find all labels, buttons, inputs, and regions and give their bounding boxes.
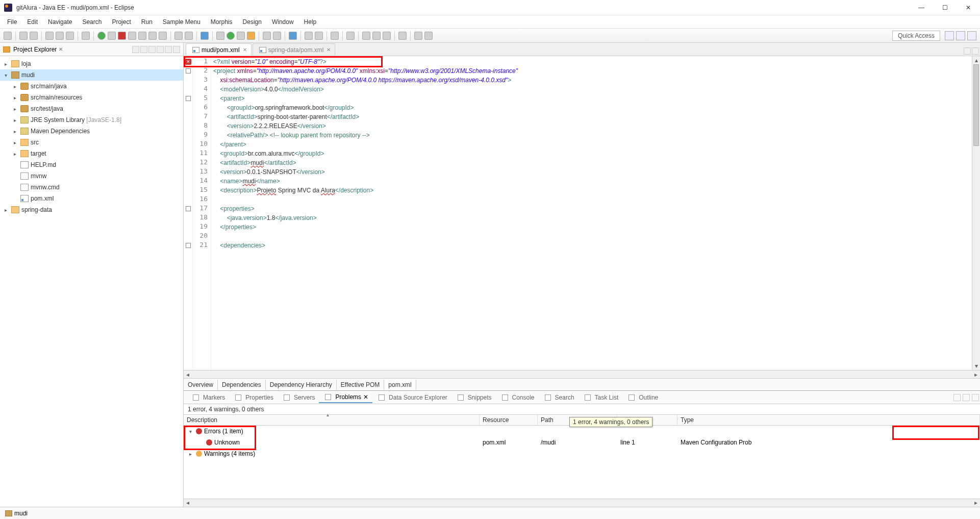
editor-vscrollbar[interactable]: ▴ ▾ (972, 56, 980, 370)
minimize-view-button[interactable] (165, 46, 172, 53)
debug-step-button[interactable] (128, 32, 136, 40)
view-tab-search[interactable]: Search (539, 392, 579, 403)
toggle3-button[interactable] (66, 32, 74, 40)
browser-button[interactable] (289, 32, 297, 40)
close-view-icon[interactable]: ✕ (363, 393, 368, 401)
problems-hscrollbar[interactable]: ◂▸ (184, 499, 980, 507)
col-type[interactable]: Type (677, 415, 980, 425)
menu-edit[interactable]: Edit (22, 16, 43, 28)
menu-help[interactable]: Help (299, 16, 322, 28)
debug-stop-button[interactable] (118, 32, 126, 40)
pom-tab-dependency-hierarchy[interactable]: Dependency Hierarchy (266, 380, 337, 390)
lens-button[interactable] (315, 32, 323, 40)
new-button[interactable] (4, 32, 12, 40)
pom-tab-effective-pom[interactable]: Effective POM (337, 380, 384, 390)
tree-item-src[interactable]: ▸src (0, 137, 183, 148)
nav2-button[interactable] (383, 32, 391, 40)
filter-button[interactable] (148, 46, 156, 53)
view-tab-snippets[interactable]: Snippets (451, 392, 496, 403)
problem-row[interactable]: ▾Errors (1 item) (184, 426, 980, 437)
minimize-button[interactable] (963, 394, 970, 401)
editor-tab-spring-data-pom-xml[interactable]: spring-data/pom.xml✕ (253, 43, 336, 56)
tree-item-src-main-java[interactable]: ▸src/main/java (0, 81, 183, 92)
fold-marker-icon[interactable] (186, 96, 191, 101)
menu-sample-menu[interactable]: Sample Menu (158, 16, 206, 28)
explorer-close-icon[interactable]: ✕ (59, 46, 63, 52)
tree-item-mvnw-cmd[interactable]: mvnw.cmd (0, 182, 183, 193)
run-external-dropdown[interactable] (237, 32, 245, 40)
tree-item-src-main-resources[interactable]: ▸src/main/resources (0, 92, 183, 103)
fold-marker-icon[interactable] (186, 206, 191, 211)
nav-button[interactable] (372, 32, 381, 40)
tree-item-src-test-java[interactable]: ▸src/test/java (0, 103, 183, 114)
debug-step4-button[interactable] (159, 32, 167, 40)
menu-search[interactable]: Search (77, 16, 107, 28)
menu-morphis[interactable]: Morphis (206, 16, 238, 28)
perspective-open-button[interactable] (945, 31, 954, 40)
view-tab-markers[interactable]: Markers (187, 392, 229, 403)
col-resource[interactable]: Resource (480, 415, 538, 425)
pom-tab-pom.xml[interactable]: pom.xml (384, 379, 416, 390)
align-button[interactable] (174, 32, 183, 40)
menu-design[interactable]: Design (238, 16, 267, 28)
editor-maximize-button[interactable] (972, 47, 979, 55)
toggle-button[interactable] (45, 32, 54, 40)
view-menu-button[interactable] (953, 394, 961, 401)
collapse-all-button[interactable] (132, 46, 139, 53)
menu-navigate[interactable]: Navigate (43, 16, 77, 28)
view-tab-outline[interactable]: Outline (622, 392, 662, 403)
view-tab-problems[interactable]: Problems ✕ (319, 392, 372, 403)
editor-tab-mudi-pom-xml[interactable]: mudi/pom.xml✕ (186, 43, 252, 56)
menu-window[interactable]: Window (267, 16, 299, 28)
debug-step2-button[interactable] (138, 32, 146, 40)
new-server-dropdown[interactable] (263, 32, 271, 40)
close-tab-icon[interactable]: ✕ (326, 47, 331, 53)
fold-marker-icon[interactable] (186, 243, 191, 248)
maximize-button[interactable]: ☐ (933, 0, 957, 15)
col-description[interactable]: Description (184, 415, 480, 425)
forward-button[interactable] (424, 32, 433, 40)
toggle2-button[interactable] (56, 32, 64, 40)
close-tab-icon[interactable]: ✕ (243, 47, 247, 53)
pom-tab-dependencies[interactable]: Dependencies (218, 380, 266, 390)
pin-button[interactable] (398, 32, 407, 40)
error-marker-icon[interactable]: ✕ (185, 59, 191, 65)
tree-item-spring-data[interactable]: ▸spring-data (0, 204, 183, 215)
save-all-button[interactable] (30, 32, 38, 40)
run-dropdown[interactable] (227, 32, 235, 40)
view-tab-servers[interactable]: Servers (278, 392, 319, 403)
problem-row[interactable]: ▸Warnings (4 items) (184, 448, 980, 459)
new-proj-dropdown[interactable] (273, 32, 281, 40)
back-button[interactable] (414, 32, 422, 40)
debug-resume-button[interactable] (97, 32, 106, 40)
problem-row[interactable]: Unknownpom.xml/mudiline 1Maven Configura… (184, 437, 980, 448)
debug-dropdown[interactable] (216, 32, 224, 40)
view-tab-console[interactable]: Console (496, 392, 539, 403)
menu-file[interactable]: File (2, 16, 22, 28)
coverage-dropdown[interactable] (247, 32, 255, 40)
close-button[interactable]: ✕ (957, 0, 980, 15)
view-tab-task-list[interactable]: Task List (579, 392, 623, 403)
grid-button[interactable] (305, 32, 313, 40)
view-menu-button[interactable] (157, 46, 164, 53)
debug-step3-button[interactable] (148, 32, 157, 40)
code-editor[interactable]: ✕ 123456789101112131415161718192021 <?xm… (184, 56, 980, 370)
menu-project[interactable]: Project (107, 16, 136, 28)
minimize-button[interactable]: — (910, 0, 933, 15)
view-tab-properties[interactable]: Properties (229, 392, 278, 403)
project-tree[interactable]: ▸loja▾mudi▸src/main/java▸src/main/resour… (0, 56, 183, 507)
maximize-view-button[interactable] (173, 46, 180, 53)
outline-button[interactable] (362, 32, 370, 40)
link-editor-button[interactable] (140, 46, 147, 53)
maximize-button[interactable] (972, 394, 979, 401)
editor-minimize-button[interactable] (964, 47, 971, 55)
perspective-javaee-button[interactable] (967, 31, 976, 40)
problems-table[interactable]: ▾Errors (1 item)Unknownpom.xml/mudiline … (184, 426, 980, 499)
pom-tab-overview[interactable]: Overview (184, 380, 218, 390)
tree-item-mvnw[interactable]: mvnw (0, 170, 183, 182)
skip-button[interactable] (82, 32, 90, 40)
tree-item-loja[interactable]: ▸loja (0, 58, 183, 69)
editor-hscrollbar[interactable]: ◂▸ (184, 370, 980, 378)
tree-item-target[interactable]: ▸target (0, 148, 183, 159)
tree-item-maven-dependencies[interactable]: ▸Maven Dependencies (0, 126, 183, 137)
